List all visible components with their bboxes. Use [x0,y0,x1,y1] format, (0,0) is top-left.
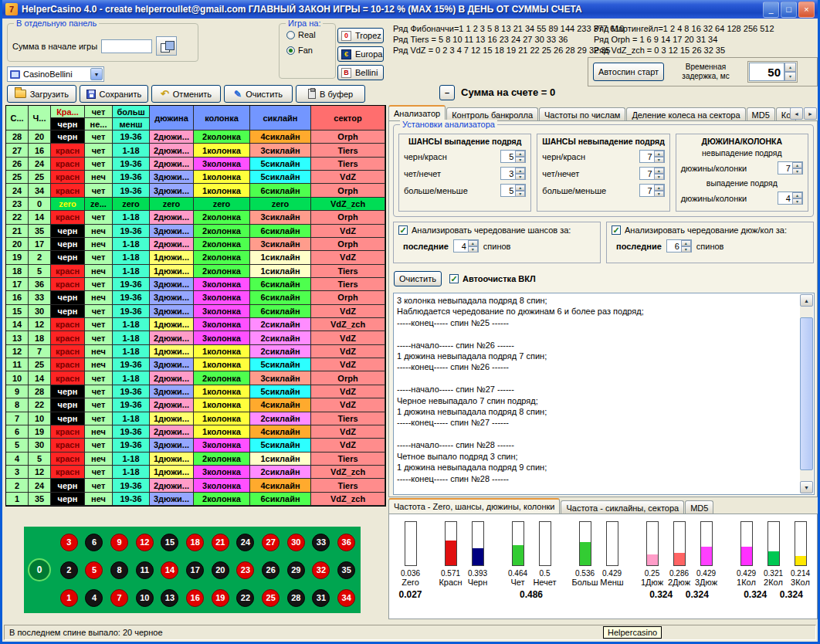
board-number-12[interactable]: 12 [136,534,154,551]
dozen-hit-spinner[interactable]: 4▴▾ [778,192,803,205]
table-row[interactable]: 1014краснчет1-182дюжи...2колонка3сиклайн… [6,371,385,385]
table-row[interactable]: 185красннеч1-181дюжи...2колонка1сиклайнT… [6,265,385,278]
undo-button[interactable]: ↶Отменить [151,85,221,103]
board-number-7[interactable]: 7 [110,589,128,607]
board-number-15[interactable]: 15 [161,534,178,551]
dozen-miss-spinner[interactable]: 7▴▾ [778,161,803,175]
board-number-19[interactable]: 19 [212,589,229,607]
board-number-31[interactable]: 31 [312,589,330,607]
board-number-29[interactable]: 29 [287,561,305,579]
board-zero[interactable]: 0 [29,560,49,580]
spin-up-button[interactable]: ▴ [681,240,691,246]
board-number-34[interactable]: 34 [337,589,355,607]
tab-3[interactable]: Частоты по числам [539,107,625,121]
tab-scroll-left-button[interactable]: ◄ [790,107,803,120]
freq-tab-3[interactable]: MD5 [685,500,713,514]
board-number-21[interactable]: 21 [212,534,229,551]
maximize-button[interactable]: □ [781,2,797,18]
scroll-track[interactable] [800,307,813,481]
table-row[interactable]: 1412краснчет1-181дюжи...3колонка2сиклайн… [6,318,385,331]
table-row[interactable]: 2017черннеч1-182дюжи...2колонка3сиклайнO… [6,238,385,251]
delay-down-button[interactable]: ▾ [784,72,796,81]
board-number-17[interactable]: 17 [186,561,204,579]
board-number-22[interactable]: 22 [236,589,254,607]
detach-panel-button[interactable] [156,36,177,56]
board-number-1[interactable]: 1 [60,589,78,607]
spin-down-button[interactable]: ▾ [654,157,664,163]
table-row[interactable]: 619красннеч19-362дюжи...1колонка4сиклайн… [6,425,385,439]
log-scrollbar[interactable]: ▲ ▼ [800,294,813,493]
board-number-28[interactable]: 28 [287,589,305,607]
radio-fan[interactable]: Fan [286,46,335,55]
board-number-14[interactable]: 14 [161,561,178,579]
spin-up-button[interactable]: ▴ [792,162,802,168]
board-number-5[interactable]: 5 [85,561,103,579]
board-number-26[interactable]: 26 [262,561,280,579]
board-number-18[interactable]: 18 [186,534,204,551]
table-row[interactable]: 822чернчет19-362дюжи...1колонка4сиклайнV… [6,398,385,412]
combo-dropdown-arrow[interactable]: ▼ [90,68,103,80]
board-number-16[interactable]: 16 [186,589,204,607]
table-row[interactable]: 224чернчет19-362дюжи...3колонка4сиклайнT… [6,479,385,492]
black-red-miss-spinner[interactable]: 7▴▾ [639,150,665,163]
board-number-8[interactable]: 8 [110,561,128,579]
last-dozens-spinner[interactable]: 6▴▾ [666,239,692,253]
spin-up-button[interactable]: ▴ [654,185,664,191]
radio-real-icon[interactable] [286,31,295,39]
board-number-20[interactable]: 20 [212,561,229,579]
spin-down-button[interactable]: ▾ [681,246,691,253]
last-chances-spinner[interactable]: 4▴▾ [453,239,479,253]
table-row[interactable]: 230zeroze...zerozerozerozeroVdZ_zch [6,198,385,211]
autoclear-checkbox[interactable] [449,274,459,283]
table-row[interactable]: 192чернчет1-181дюжи...2колонка1сиклайнVd… [6,251,385,264]
radio-real[interactable]: Real [286,30,335,39]
table-row[interactable]: 127красннеч1-181дюжи...1колонка2сиклайнV… [6,345,385,358]
scroll-thumb[interactable] [800,317,813,471]
table-row[interactable]: 312краснчет1-181дюжи...3колонка2сиклайнV… [6,466,385,479]
collapse-button[interactable]: – [439,85,455,100]
casino-button-tropez[interactable]: 0Tropez [337,28,384,43]
save-button[interactable]: Сохранить [80,85,149,103]
black-red-hit-spinner[interactable]: 5▴▾ [500,150,526,163]
table-row[interactable]: 2135черннеч19-363дюжи...2колонка6сиклайн… [6,225,385,238]
spin-down-button[interactable]: ▾ [515,174,525,180]
casino-select[interactable]: CasinoBellini ▼ [7,66,104,82]
tab-4[interactable]: Деление колеса на сектора [626,107,745,121]
freq-tab-2[interactable]: Частота - сиклайны, сектора [561,500,684,514]
board-number-4[interactable]: 4 [85,589,103,607]
table-row[interactable]: 2624краснчет19-362дюжи...3колонка5сиклай… [6,158,385,171]
table-row[interactable]: 1318краснчет1-182дюжи...3колонка2сиклайн… [6,331,385,344]
high-low-hit-spinner[interactable]: 5▴▾ [500,184,526,197]
table-row[interactable]: 530краснчет19-363дюжи...3колонка5сиклайн… [6,439,385,452]
analyze-chances-checkbox[interactable] [398,225,408,235]
even-odd-hit-spinner[interactable]: 3▴▾ [500,167,526,180]
freq-tab-1[interactable]: Частота - Zero, шансы, дюжины, колонки [388,498,560,514]
spin-down-button[interactable]: ▾ [515,191,525,197]
board-number-25[interactable]: 25 [262,589,280,607]
casino-button-bellini[interactable]: BBellini [337,65,384,80]
analyze-dozens-checkbox[interactable] [612,225,621,235]
tab-scroll-right-button[interactable]: ► [804,107,817,120]
spin-down-button[interactable]: ▾ [654,174,664,180]
table-row[interactable]: 1633черннеч19-363дюжи...3колонка6сиклайн… [6,291,385,304]
spin-down-button[interactable]: ▾ [792,168,802,175]
board-number-24[interactable]: 24 [236,534,254,551]
board-number-3[interactable]: 3 [60,534,78,551]
radio-fan-icon[interactable] [286,46,295,55]
spin-down-button[interactable]: ▾ [468,246,478,253]
spin-up-button[interactable]: ▴ [515,168,525,174]
table-row[interactable]: 45красннеч1-181дюжи...2колонка1сиклайнTi… [6,452,385,466]
board-number-35[interactable]: 35 [337,561,355,579]
board-number-13[interactable]: 13 [161,589,178,607]
tab-1[interactable]: Анализатор [388,105,446,121]
copy-buffer-button[interactable]: В буфер [296,85,365,103]
table-row[interactable]: 2716краснчет1-182дюжи...1колонка3сиклайн… [6,144,385,157]
scroll-down-button[interactable]: ▼ [800,481,813,493]
table-row[interactable]: 135черннеч19-363дюжи...2колонка6сиклайнV… [6,493,385,506]
board-number-9[interactable]: 9 [110,534,128,551]
board-number-27[interactable]: 27 [262,534,280,551]
spin-up-button[interactable]: ▴ [792,192,802,198]
autospin-start-button[interactable]: Автоспин старт [593,63,664,81]
minimize-button[interactable]: – [763,2,779,18]
casino-button-europa[interactable]: €Europa [337,46,384,62]
